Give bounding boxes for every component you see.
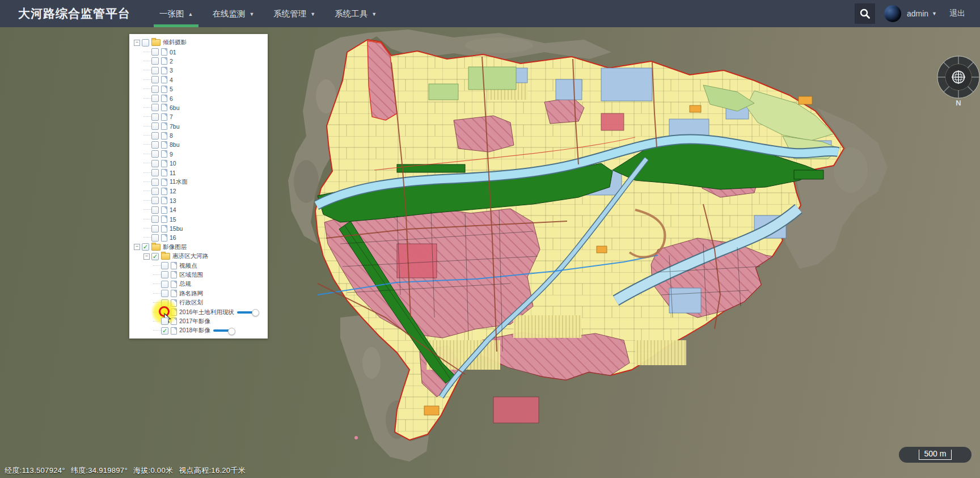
layer-checkbox[interactable]: ✓ xyxy=(161,308,168,316)
layer-checkbox[interactable] xyxy=(151,234,159,242)
checkbox-wrap xyxy=(161,262,171,269)
layer-checkbox[interactable] xyxy=(151,150,159,158)
layer-checkbox[interactable] xyxy=(151,122,159,130)
compass-navigation-widget[interactable]: N xyxy=(936,54,980,108)
north-label: N xyxy=(956,99,961,107)
tree-layer-row[interactable]: 6 xyxy=(129,94,268,103)
tree-layer-row[interactable]: 9 xyxy=(129,150,268,159)
tree-layer-row[interactable]: 总规 xyxy=(129,280,268,289)
layer-checkbox[interactable] xyxy=(151,197,159,204)
tree-layer-row[interactable]: ✓2018年影像 xyxy=(129,326,268,335)
tree-layer-row[interactable]: 13 xyxy=(129,196,268,205)
layer-checkbox[interactable] xyxy=(151,67,159,74)
opacity-slider[interactable] xyxy=(213,329,233,332)
tree-folder-row[interactable]: −✓惠济区大河路 xyxy=(129,252,268,261)
tree-layer-row[interactable]: 8 xyxy=(129,131,268,140)
tree-layer-row[interactable]: 10 xyxy=(129,159,268,168)
layer-checkbox[interactable] xyxy=(151,179,159,186)
file-icon xyxy=(161,215,167,223)
layer-checkbox[interactable] xyxy=(161,318,168,325)
logout-button[interactable]: 退出 xyxy=(949,9,965,19)
latitude-readout: 纬度:34.919897° xyxy=(71,466,128,476)
slider-knob[interactable] xyxy=(228,328,235,335)
tree-layer-row[interactable]: 15bu xyxy=(129,224,268,233)
chevron-down-icon: ▼ xyxy=(371,11,377,17)
menu-online-monitoring[interactable]: 在线监测 ▼ xyxy=(202,0,264,27)
layer-checkbox[interactable] xyxy=(161,281,168,288)
layer-checkbox[interactable] xyxy=(151,160,159,167)
menu-system-management[interactable]: 系统管理 ▼ xyxy=(264,0,325,27)
layer-checkbox[interactable] xyxy=(142,39,149,46)
tree-layer-row[interactable]: 12 xyxy=(129,187,268,196)
tree-layer-row[interactable]: 15 xyxy=(129,214,268,223)
tree-layer-row[interactable]: 4 xyxy=(129,75,268,84)
layer-label: 10 xyxy=(170,160,176,167)
checkbox-wrap xyxy=(151,141,161,149)
checkbox-wrap xyxy=(161,299,171,307)
slider-knob[interactable] xyxy=(252,309,259,316)
tree-layer-row[interactable]: 7 xyxy=(129,112,268,121)
layer-checkbox[interactable] xyxy=(151,132,159,139)
tree-layer-row[interactable]: 2 xyxy=(129,57,268,66)
layer-checkbox[interactable] xyxy=(151,113,159,121)
checkbox-wrap: ✓ xyxy=(161,327,171,335)
opacity-slider[interactable] xyxy=(237,311,256,314)
layer-checkbox[interactable] xyxy=(161,271,168,278)
tree-layer-row[interactable]: 视频点 xyxy=(129,261,268,270)
collapse-expander-icon[interactable]: − xyxy=(134,244,140,250)
layer-checkbox[interactable] xyxy=(151,225,159,232)
layer-label: 影像图层 xyxy=(163,243,187,251)
username[interactable]: admin xyxy=(907,9,928,18)
checkbox-wrap xyxy=(151,150,161,158)
tree-layer-row[interactable]: ✓2016年土地利用现状 xyxy=(129,307,268,316)
tree-layer-row[interactable]: 11水面 xyxy=(129,177,268,187)
file-icon xyxy=(161,48,167,56)
layer-checkbox[interactable] xyxy=(161,262,168,269)
layer-checkbox[interactable] xyxy=(151,104,159,111)
tree-layer-row[interactable]: 8bu xyxy=(129,140,268,149)
layer-checkbox[interactable] xyxy=(151,76,159,83)
tree-layer-row[interactable]: 6bu xyxy=(129,103,268,112)
checkbox-wrap: ✓ xyxy=(161,308,171,316)
menu-one-map[interactable]: 一张图 ▲ xyxy=(150,0,202,27)
tree-folder-row[interactable]: −✓影像图层 xyxy=(129,243,268,252)
user-avatar[interactable] xyxy=(884,5,901,22)
layer-label: 2 xyxy=(170,58,173,65)
layer-checkbox[interactable] xyxy=(151,206,159,214)
collapse-expander-icon[interactable]: − xyxy=(143,253,150,260)
chevron-down-icon[interactable]: ▼ xyxy=(932,11,937,16)
layer-checkbox[interactable] xyxy=(151,169,159,176)
tree-layer-row[interactable]: 16 xyxy=(129,233,268,242)
layer-checkbox[interactable] xyxy=(151,215,159,223)
tree-connector xyxy=(143,61,151,62)
search-button[interactable] xyxy=(855,3,875,24)
tree-layer-row[interactable]: 3 xyxy=(129,66,268,75)
layer-checkbox[interactable] xyxy=(151,48,159,56)
layer-label: 2018年影像 xyxy=(179,327,210,335)
tree-layer-row[interactable]: 14 xyxy=(129,205,268,214)
tree-layer-row[interactable]: 路名路网 xyxy=(129,289,268,298)
tree-layer-row[interactable]: 行政区划 xyxy=(129,298,268,307)
tree-layer-row[interactable]: 5 xyxy=(129,84,268,94)
layer-label: 7 xyxy=(170,113,173,120)
tree-layer-row[interactable]: 7bu xyxy=(129,122,268,131)
layer-checkbox[interactable] xyxy=(151,57,159,65)
tree-layer-row[interactable]: 2017年影像 xyxy=(129,317,268,326)
tree-connector xyxy=(153,321,161,322)
layer-checkbox[interactable] xyxy=(151,141,159,149)
tree-layer-row[interactable]: 区域范围 xyxy=(129,270,268,280)
layer-checkbox[interactable] xyxy=(151,86,159,93)
tree-layer-row[interactable]: 11 xyxy=(129,168,268,177)
layer-checkbox[interactable] xyxy=(161,299,168,307)
collapse-expander-icon[interactable]: − xyxy=(134,40,140,46)
layer-checkbox[interactable]: ✓ xyxy=(151,253,159,260)
tree-folder-row[interactable]: −倾斜摄影 xyxy=(129,38,268,47)
layer-checkbox[interactable]: ✓ xyxy=(142,243,149,251)
layer-checkbox[interactable] xyxy=(151,188,159,195)
menu-system-tools[interactable]: 系统工具 ▼ xyxy=(325,0,386,27)
layer-label: 惠济区大河路 xyxy=(172,252,208,260)
layer-checkbox[interactable]: ✓ xyxy=(161,327,168,335)
layer-checkbox[interactable] xyxy=(161,290,168,297)
tree-layer-row[interactable]: 01 xyxy=(129,47,268,56)
layer-checkbox[interactable] xyxy=(151,95,159,102)
